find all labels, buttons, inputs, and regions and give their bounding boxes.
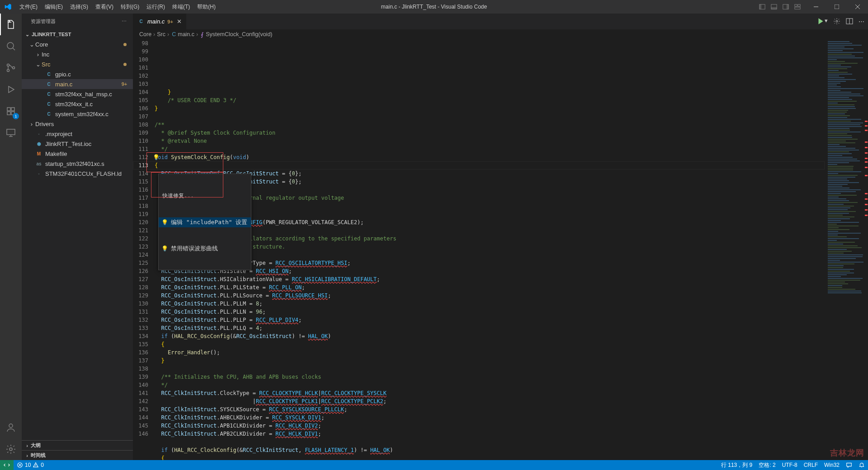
file-it[interactable]: Cstm32f4xx_it.c [22,99,133,109]
quickfix-header: 快速修复... [159,190,251,201]
remote-explorer-icon[interactable] [0,122,22,144]
menu-run[interactable]: 运行(R) [143,0,169,14]
menu-file[interactable]: 文件(E) [16,0,41,14]
remote-indicator[interactable] [0,460,14,470]
code-text[interactable]: 💡 快速修复... 💡编辑 "includePath" 设置 💡禁用错误波形曲线… [155,39,825,460]
extensions-badge: 1 [13,113,19,119]
menu-view[interactable]: 查看(V) [92,0,117,14]
sidebar-title: 资源管理器 [31,18,56,25]
folder-drivers[interactable]: ›Drivers [22,119,133,129]
layout-side-icon[interactable] [759,3,766,10]
outline-section[interactable]: ›大纲 [22,440,133,450]
indent-status[interactable]: 空格: 2 [755,460,778,470]
svg-rect-3 [771,7,777,9]
tabs: C main.c 9+ ✕ ▾ ⋯ [133,14,868,29]
svg-rect-5 [787,5,788,9]
debug-icon[interactable] [0,79,22,100]
svg-point-15 [7,64,9,66]
menubar: 文件(E) 编辑(E) 选择(S) 查看(V) 转到(G) 运行(R) 终端(T… [16,0,219,14]
explorer-icon[interactable] [0,14,22,35]
svg-rect-8 [795,7,800,9]
svg-rect-23 [7,129,15,135]
minimap[interactable] [825,39,868,460]
file-ioc[interactable]: ⬢JlinkRTT_Test.ioc [22,139,133,149]
svg-line-14 [13,48,15,50]
search-icon[interactable] [0,35,22,57]
svg-marker-28 [819,18,823,24]
extensions-icon[interactable]: 1 [0,100,22,122]
folder-inc[interactable]: ›Inc [22,49,133,59]
svg-point-17 [13,67,15,69]
menu-go[interactable]: 转到(G) [117,0,143,14]
file-main[interactable]: Cmain.c9+ [22,79,133,89]
project-root[interactable]: ⌄JLINKRTT_TEST [22,29,133,39]
encoding-status[interactable]: UTF-8 [779,460,801,470]
svg-rect-1 [760,5,761,9]
file-makefile[interactable]: MMakefile [22,149,133,159]
code-area[interactable]: 9899100101102103104105106107108109110111… [133,39,868,460]
minimize-button[interactable] [806,0,826,14]
editor-settings-icon[interactable] [833,18,840,25]
status-bar: 10 0 行 113，列 9 空格: 2 UTF-8 CRLF Win32 [0,460,868,470]
sidebar: 资源管理器 ⋯ ⌄JLINKRTT_TEST ⌄Core ›Inc ⌄Src C… [22,14,133,460]
layout-panel-icon[interactable] [770,3,778,10]
file-startup[interactable]: asstartup_stm32f401xc.s [22,159,133,169]
layout-custom-icon[interactable] [794,3,801,10]
layout-right-icon[interactable] [782,3,789,10]
tab-close-icon[interactable]: ✕ [177,18,182,25]
svg-rect-7 [798,5,800,6]
lightbulb-icon[interactable]: 💡 [152,153,160,161]
split-editor-icon[interactable] [846,18,853,25]
window-title: main.c - JlinkRTT_Test - Visual Studio C… [381,4,487,10]
svg-rect-20 [7,112,10,115]
window-controls [754,0,868,14]
file-mxproject[interactable]: ◦.mxproject [22,129,133,139]
run-button-icon[interactable]: ▾ [816,17,828,25]
svg-rect-19 [7,108,10,111]
menu-edit[interactable]: 编辑(E) [41,0,66,14]
vscode-logo-icon [0,3,16,10]
sidebar-more-icon[interactable]: ⋯ [122,19,127,24]
file-flash[interactable]: ◦STM32F401CCUx_FLASH.ld [22,169,133,179]
close-button[interactable] [847,0,868,14]
svg-point-26 [9,424,13,428]
quickfix-menu: 快速修复... 💡编辑 "includePath" 设置 💡禁用错误波形曲线 [158,174,251,270]
svg-rect-6 [795,5,797,6]
svg-point-29 [836,20,838,22]
folder-src[interactable]: ⌄Src [22,59,133,69]
quickfix-item-disable-squiggle[interactable]: 💡禁用错误波形曲线 [159,244,251,254]
editor: C main.c 9+ ✕ ▾ ⋯ Core› Src› Cmain.c› ⨐S… [133,14,868,460]
breadcrumb[interactable]: Core› Src› Cmain.c› ⨐SystemClock_Config(… [133,29,868,39]
quickfix-item-includepath[interactable]: 💡编辑 "includePath" 设置 [159,217,251,227]
title-bar: 文件(E) 编辑(E) 选择(S) 查看(V) 转到(G) 运行(R) 终端(T… [0,0,868,14]
svg-marker-18 [9,86,14,93]
svg-point-16 [7,70,9,72]
scm-icon[interactable] [0,57,22,79]
bell-icon[interactable] [855,460,868,470]
settings-icon[interactable] [0,438,22,460]
svg-point-27 [9,448,12,451]
problems-indicator[interactable]: 10 0 [14,460,47,470]
svg-point-13 [7,42,14,49]
folder-core[interactable]: ⌄Core [22,39,133,49]
activity-bar: 1 [0,14,22,460]
svg-rect-22 [11,108,14,111]
feedback-icon[interactable] [843,460,855,470]
editor-more-icon[interactable]: ⋯ [859,18,864,25]
menu-terminal[interactable]: 终端(T) [169,0,193,14]
tab-main[interactable]: C main.c 9+ ✕ [133,14,187,29]
timeline-section[interactable]: ›时间线 [22,450,133,460]
cursor-position[interactable]: 行 113，列 9 [718,460,755,470]
svg-rect-10 [835,5,839,9]
menu-selection[interactable]: 选择(S) [66,0,92,14]
file-tree: ⌄JLINKRTT_TEST ⌄Core ›Inc ⌄Src Cgpio.c C… [22,29,133,440]
account-icon[interactable] [0,417,22,438]
line-gutter: 9899100101102103104105106107108109110111… [133,39,155,460]
file-msp[interactable]: Cstm32f4xx_hal_msp.c [22,89,133,99]
lang-status[interactable]: Win32 [821,460,843,470]
file-gpio[interactable]: Cgpio.c [22,69,133,79]
maximize-button[interactable] [826,0,847,14]
eol-status[interactable]: CRLF [801,460,821,470]
file-sys[interactable]: Csystem_stm32f4xx.c [22,109,133,119]
menu-help[interactable]: 帮助(H) [193,0,219,14]
